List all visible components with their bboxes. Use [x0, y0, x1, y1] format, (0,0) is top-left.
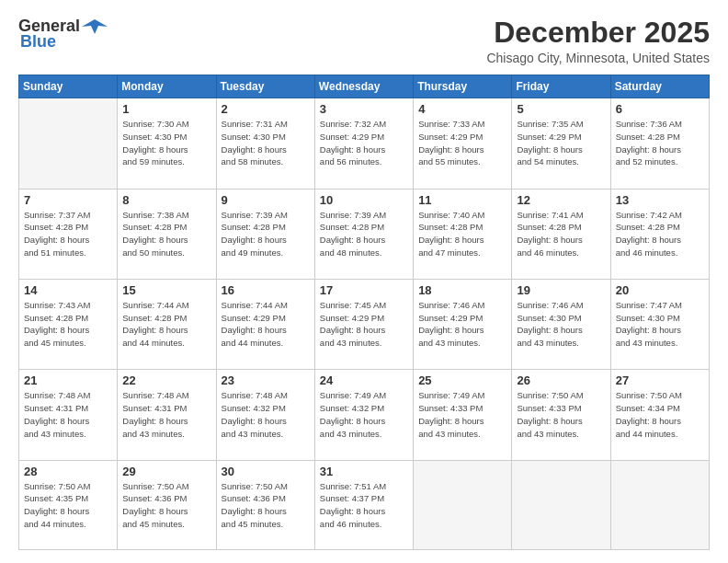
- day-info: Sunrise: 7:39 AM Sunset: 4:28 PM Dayligh…: [320, 209, 408, 259]
- day-info: Sunrise: 7:38 AM Sunset: 4:28 PM Dayligh…: [122, 209, 210, 259]
- day-number: 10: [320, 193, 408, 207]
- table-cell: 8Sunrise: 7:38 AM Sunset: 4:28 PM Daylig…: [118, 189, 216, 279]
- table-cell: 30Sunrise: 7:50 AM Sunset: 4:36 PM Dayli…: [216, 460, 314, 549]
- location-title: Chisago City, Minnesota, United States: [486, 51, 710, 65]
- day-number: 22: [122, 373, 210, 387]
- day-number: 5: [517, 102, 605, 116]
- day-info: Sunrise: 7:42 AM Sunset: 4:28 PM Dayligh…: [616, 209, 704, 259]
- day-number: 13: [616, 193, 704, 207]
- day-info: Sunrise: 7:48 AM Sunset: 4:32 PM Dayligh…: [222, 389, 310, 440]
- day-number: 17: [320, 283, 408, 297]
- day-info: Sunrise: 7:50 AM Sunset: 4:36 PM Dayligh…: [122, 480, 210, 531]
- table-cell: 12Sunrise: 7:41 AM Sunset: 4:28 PM Dayli…: [512, 189, 610, 279]
- table-cell: 5Sunrise: 7:35 AM Sunset: 4:29 PM Daylig…: [512, 98, 610, 189]
- day-info: Sunrise: 7:46 AM Sunset: 4:30 PM Dayligh…: [517, 299, 605, 350]
- header-sunday: Sunday: [19, 75, 118, 98]
- title-block: December 2025 Chisago City, Minnesota, U…: [486, 17, 710, 65]
- day-number: 19: [517, 283, 605, 297]
- table-cell: 29Sunrise: 7:50 AM Sunset: 4:36 PM Dayli…: [118, 460, 216, 549]
- header-saturday: Saturday: [610, 75, 709, 98]
- day-info: Sunrise: 7:50 AM Sunset: 4:36 PM Dayligh…: [222, 480, 310, 531]
- table-cell: 3Sunrise: 7:32 AM Sunset: 4:29 PM Daylig…: [314, 98, 413, 189]
- day-number: 23: [222, 373, 310, 387]
- table-cell: 20Sunrise: 7:47 AM Sunset: 4:30 PM Dayli…: [610, 279, 709, 369]
- day-info: Sunrise: 7:48 AM Sunset: 4:31 PM Dayligh…: [122, 389, 210, 440]
- day-number: 26: [517, 373, 605, 387]
- day-number: 18: [418, 283, 506, 297]
- table-cell: 9Sunrise: 7:39 AM Sunset: 4:28 PM Daylig…: [216, 189, 314, 279]
- header-tuesday: Tuesday: [216, 75, 314, 98]
- day-info: Sunrise: 7:32 AM Sunset: 4:29 PM Dayligh…: [320, 118, 408, 168]
- day-info: Sunrise: 7:48 AM Sunset: 4:31 PM Dayligh…: [24, 389, 112, 440]
- table-cell: 22Sunrise: 7:48 AM Sunset: 4:31 PM Dayli…: [118, 370, 216, 460]
- day-number: 3: [320, 102, 408, 116]
- day-info: Sunrise: 7:49 AM Sunset: 4:32 PM Dayligh…: [320, 389, 408, 440]
- day-number: 20: [616, 283, 704, 297]
- day-info: Sunrise: 7:49 AM Sunset: 4:33 PM Dayligh…: [418, 389, 506, 440]
- table-cell: 21Sunrise: 7:48 AM Sunset: 4:31 PM Dayli…: [19, 370, 118, 460]
- week-row-4: 21Sunrise: 7:48 AM Sunset: 4:31 PM Dayli…: [19, 370, 710, 460]
- table-cell: 28Sunrise: 7:50 AM Sunset: 4:35 PM Dayli…: [19, 460, 118, 549]
- day-number: 25: [418, 373, 506, 387]
- month-title: December 2025: [486, 17, 710, 49]
- day-info: Sunrise: 7:45 AM Sunset: 4:29 PM Dayligh…: [320, 299, 408, 350]
- week-row-1: 1Sunrise: 7:30 AM Sunset: 4:30 PM Daylig…: [19, 98, 710, 189]
- table-cell: 4Sunrise: 7:33 AM Sunset: 4:29 PM Daylig…: [414, 98, 512, 189]
- table-cell: 27Sunrise: 7:50 AM Sunset: 4:34 PM Dayli…: [610, 370, 709, 460]
- table-cell: 16Sunrise: 7:44 AM Sunset: 4:29 PM Dayli…: [216, 279, 314, 369]
- day-number: 15: [122, 283, 210, 297]
- day-number: 14: [24, 283, 112, 297]
- day-info: Sunrise: 7:46 AM Sunset: 4:29 PM Dayligh…: [418, 299, 506, 350]
- day-info: Sunrise: 7:50 AM Sunset: 4:35 PM Dayligh…: [24, 480, 112, 531]
- logo-bird-icon: [82, 17, 108, 34]
- header-monday: Monday: [118, 75, 216, 98]
- day-info: Sunrise: 7:41 AM Sunset: 4:28 PM Dayligh…: [517, 209, 605, 259]
- table-cell: 31Sunrise: 7:51 AM Sunset: 4:37 PM Dayli…: [314, 460, 413, 549]
- calendar-table: Sunday Monday Tuesday Wednesday Thursday…: [18, 75, 710, 550]
- day-number: 31: [320, 465, 408, 478]
- day-info: Sunrise: 7:40 AM Sunset: 4:28 PM Dayligh…: [418, 209, 506, 259]
- day-number: 7: [24, 193, 112, 207]
- day-number: 28: [24, 465, 112, 478]
- header: General Blue December 2025 Chisago City,…: [18, 17, 710, 65]
- weekday-header-row: Sunday Monday Tuesday Wednesday Thursday…: [19, 75, 710, 98]
- day-number: 9: [222, 193, 310, 207]
- day-number: 11: [418, 193, 506, 207]
- day-info: Sunrise: 7:44 AM Sunset: 4:29 PM Dayligh…: [222, 299, 310, 350]
- header-thursday: Thursday: [414, 75, 512, 98]
- week-row-2: 7Sunrise: 7:37 AM Sunset: 4:28 PM Daylig…: [19, 189, 710, 279]
- table-cell: [610, 460, 709, 549]
- day-number: 12: [517, 193, 605, 207]
- day-info: Sunrise: 7:33 AM Sunset: 4:29 PM Dayligh…: [418, 118, 506, 168]
- header-wednesday: Wednesday: [314, 75, 413, 98]
- table-cell: 14Sunrise: 7:43 AM Sunset: 4:28 PM Dayli…: [19, 279, 118, 369]
- table-cell: 26Sunrise: 7:50 AM Sunset: 4:33 PM Dayli…: [512, 370, 610, 460]
- week-row-3: 14Sunrise: 7:43 AM Sunset: 4:28 PM Dayli…: [19, 279, 710, 369]
- day-number: 29: [122, 465, 210, 478]
- header-friday: Friday: [512, 75, 610, 98]
- day-number: 27: [616, 373, 704, 387]
- day-info: Sunrise: 7:44 AM Sunset: 4:28 PM Dayligh…: [122, 299, 210, 350]
- table-cell: 15Sunrise: 7:44 AM Sunset: 4:28 PM Dayli…: [118, 279, 216, 369]
- table-cell: [19, 98, 118, 189]
- day-info: Sunrise: 7:50 AM Sunset: 4:33 PM Dayligh…: [517, 389, 605, 440]
- table-cell: 13Sunrise: 7:42 AM Sunset: 4:28 PM Dayli…: [610, 189, 709, 279]
- logo-blue: Blue: [20, 32, 56, 52]
- day-number: 24: [320, 373, 408, 387]
- day-info: Sunrise: 7:37 AM Sunset: 4:28 PM Dayligh…: [24, 209, 112, 259]
- calendar-page: General Blue December 2025 Chisago City,…: [0, 0, 728, 563]
- logo: General Blue: [18, 17, 108, 52]
- day-info: Sunrise: 7:50 AM Sunset: 4:34 PM Dayligh…: [616, 389, 704, 440]
- table-cell: 19Sunrise: 7:46 AM Sunset: 4:30 PM Dayli…: [512, 279, 610, 369]
- day-info: Sunrise: 7:36 AM Sunset: 4:28 PM Dayligh…: [616, 118, 704, 168]
- day-info: Sunrise: 7:43 AM Sunset: 4:28 PM Dayligh…: [24, 299, 112, 350]
- week-row-5: 28Sunrise: 7:50 AM Sunset: 4:35 PM Dayli…: [19, 460, 710, 549]
- table-cell: 17Sunrise: 7:45 AM Sunset: 4:29 PM Dayli…: [314, 279, 413, 369]
- table-cell: 10Sunrise: 7:39 AM Sunset: 4:28 PM Dayli…: [314, 189, 413, 279]
- day-info: Sunrise: 7:31 AM Sunset: 4:30 PM Dayligh…: [222, 118, 310, 168]
- table-cell: 25Sunrise: 7:49 AM Sunset: 4:33 PM Dayli…: [414, 370, 512, 460]
- day-number: 1: [122, 102, 210, 116]
- day-number: 2: [222, 102, 310, 116]
- table-cell: 7Sunrise: 7:37 AM Sunset: 4:28 PM Daylig…: [19, 189, 118, 279]
- day-number: 8: [122, 193, 210, 207]
